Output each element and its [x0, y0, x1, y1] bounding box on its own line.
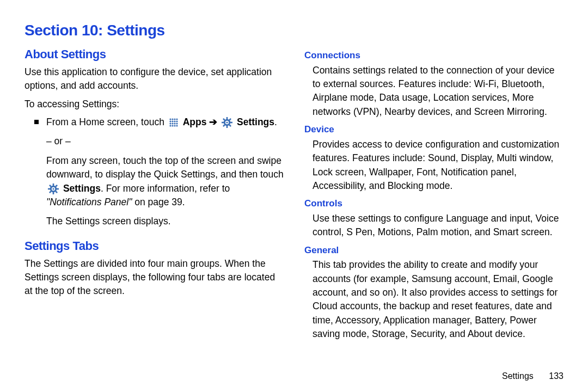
svg-point-5 — [169, 121, 171, 122]
svg-point-16 — [176, 125, 177, 127]
displays-text: The Settings screen displays. — [46, 215, 284, 228]
instr2-text-a: From any screen, touch the top of the sc… — [46, 155, 284, 180]
page-number: 133 — [549, 371, 564, 381]
svg-rect-28 — [53, 183, 54, 186]
instruction-line-1: From a Home screen, touch — [46, 115, 284, 129]
svg-point-3 — [174, 119, 175, 120]
svg-point-1 — [169, 119, 171, 120]
svg-point-14 — [171, 125, 173, 127]
svg-point-27 — [226, 122, 228, 124]
svg-point-13 — [169, 125, 171, 127]
ref-italic: "Notifications Panel" — [46, 197, 132, 207]
instruction-bullet: From a Home screen, touch — [34, 115, 284, 234]
settings-gear-icon — [222, 117, 232, 128]
controls-body: Use these settings to configure Language… — [313, 212, 564, 240]
tabs-heading: Settings Tabs — [24, 237, 284, 255]
controls-heading: Controls — [304, 197, 564, 211]
page: Section 10: Settings About Settings Use … — [0, 0, 588, 392]
svg-rect-31 — [57, 188, 59, 190]
svg-point-12 — [176, 123, 177, 125]
settings-gear-icon — [48, 183, 59, 194]
tabs-intro: The Settings are divided into four main … — [24, 257, 284, 298]
svg-rect-30 — [48, 188, 50, 190]
instr1-text-b: . — [274, 117, 277, 127]
instruction-line-2: From any screen, touch the top of the sc… — [46, 154, 284, 210]
instruction-content: From a Home screen, touch — [46, 115, 284, 234]
connections-heading: Connections — [304, 49, 564, 63]
svg-point-6 — [171, 121, 173, 122]
square-bullet-icon — [34, 120, 39, 124]
svg-point-10 — [171, 123, 173, 125]
svg-point-7 — [174, 121, 175, 122]
device-heading: Device — [304, 123, 564, 137]
device-body: Provides access to device configuration … — [313, 138, 564, 193]
svg-point-15 — [174, 125, 175, 127]
apps-grid-icon — [169, 118, 179, 127]
svg-point-2 — [171, 119, 173, 120]
footer-label: Settings — [502, 371, 534, 381]
svg-rect-19 — [222, 122, 224, 124]
connections-body: Contains settings related to the connect… — [313, 64, 564, 119]
section-title: Section 10: Settings — [24, 22, 564, 39]
left-column: About Settings Use this application to c… — [24, 46, 284, 346]
page-footer: Settings 133 — [502, 371, 564, 381]
instr1-text-a: From a Home screen, touch — [46, 117, 167, 127]
ref-tail: on page 39. — [132, 197, 185, 207]
svg-point-11 — [174, 123, 175, 125]
svg-rect-18 — [226, 126, 228, 128]
general-body: This tab provides the ability to create … — [313, 258, 564, 341]
general-heading: General — [304, 244, 564, 258]
arrow-icon: ➔ — [209, 117, 217, 127]
right-column: Connections Contains settings related to… — [304, 46, 564, 346]
svg-point-38 — [52, 188, 54, 189]
instr2-text-b: . For more information, refer to — [101, 183, 230, 194]
svg-point-8 — [176, 121, 177, 122]
about-intro: Use this application to configure the de… — [24, 65, 284, 93]
two-column-layout: About Settings Use this application to c… — [24, 46, 564, 346]
settings-label-2: Settings — [63, 183, 101, 194]
svg-rect-29 — [53, 192, 54, 194]
settings-label-1: Settings — [237, 117, 274, 127]
svg-rect-20 — [230, 122, 232, 124]
svg-point-9 — [169, 123, 171, 125]
svg-rect-17 — [226, 117, 228, 119]
access-label: To accessing Settings: — [24, 97, 284, 111]
about-heading: About Settings — [24, 46, 284, 63]
apps-label: Apps — [183, 117, 207, 127]
svg-point-4 — [176, 119, 177, 120]
or-text: – or – — [46, 134, 284, 148]
